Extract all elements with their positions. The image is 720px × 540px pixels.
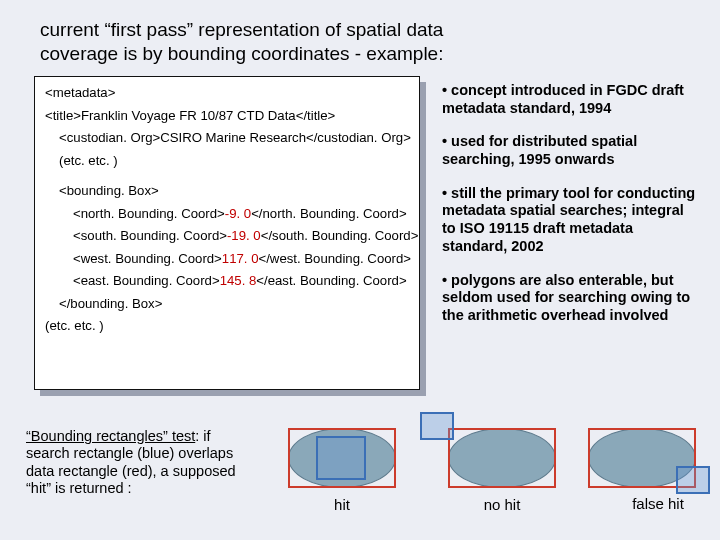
coord-value: 145. 8 bbox=[220, 273, 257, 288]
tag-open: <west. Bounding. Coord> bbox=[73, 251, 222, 266]
code-line: <title>Franklin Voyage FR 10/87 CTD Data… bbox=[45, 108, 409, 125]
code-line: <bounding. Box> bbox=[45, 183, 409, 200]
code-line: <north. Bounding. Coord>-9. 0</north. Bo… bbox=[45, 206, 409, 223]
code-line: </bounding. Box> bbox=[45, 296, 409, 313]
search-rect-blue bbox=[316, 436, 366, 480]
tag-close: </north. Bounding. Coord> bbox=[251, 206, 406, 221]
code-line: <south. Bounding. Coord>-19. 0</south. B… bbox=[45, 228, 409, 245]
code-line: (etc. etc. ) bbox=[45, 153, 409, 170]
caption-nohit: no hit bbox=[462, 496, 542, 513]
code-line: <custodian. Org>CSIRO Marine Research</c… bbox=[45, 130, 409, 147]
code-line: <east. Bounding. Coord>145. 8</east. Bou… bbox=[45, 273, 409, 290]
code-line: <metadata> bbox=[45, 85, 409, 102]
bullet-item: • used for distributed spatial searching… bbox=[442, 133, 700, 168]
diagram-area: hit no hit false hit bbox=[268, 410, 708, 530]
code-panel: <metadata> <title>Franklin Voyage FR 10/… bbox=[34, 76, 420, 390]
coord-value: -9. 0 bbox=[225, 206, 251, 221]
tag-close: </west. Bounding. Coord> bbox=[259, 251, 412, 266]
footer-underlined: “Bounding rectangles” test bbox=[26, 428, 195, 444]
coord-value: 117. 0 bbox=[222, 251, 259, 266]
caption-hit: hit bbox=[302, 496, 382, 513]
search-rect-blue bbox=[420, 412, 454, 440]
tag-open: <north. Bounding. Coord> bbox=[73, 206, 225, 221]
tag-close: </south. Bounding. Coord> bbox=[261, 228, 419, 243]
bullet-item: • still the primary tool for conducting … bbox=[442, 185, 700, 256]
footer-explanation: “Bounding rectangles” test: if search re… bbox=[26, 428, 256, 498]
coord-value: -19. 0 bbox=[227, 228, 261, 243]
search-rect-blue bbox=[676, 466, 710, 494]
bullet-item: • concept introduced in FGDC draft metad… bbox=[442, 82, 700, 117]
bullet-item: • polygons are also enterable, but seldo… bbox=[442, 272, 700, 325]
data-rect-red bbox=[448, 428, 556, 488]
tag-close: </east. Bounding. Coord> bbox=[256, 273, 406, 288]
code-line: <west. Bounding. Coord>117. 0</west. Bou… bbox=[45, 251, 409, 268]
code-line: (etc. etc. ) bbox=[45, 318, 409, 335]
tag-open: <east. Bounding. Coord> bbox=[73, 273, 220, 288]
slide-title: current “first pass” representation of s… bbox=[40, 18, 500, 66]
caption-falsehit: false hit bbox=[618, 496, 698, 512]
tag-open: <south. Bounding. Coord> bbox=[73, 228, 227, 243]
bullet-list: • concept introduced in FGDC draft metad… bbox=[442, 82, 700, 341]
